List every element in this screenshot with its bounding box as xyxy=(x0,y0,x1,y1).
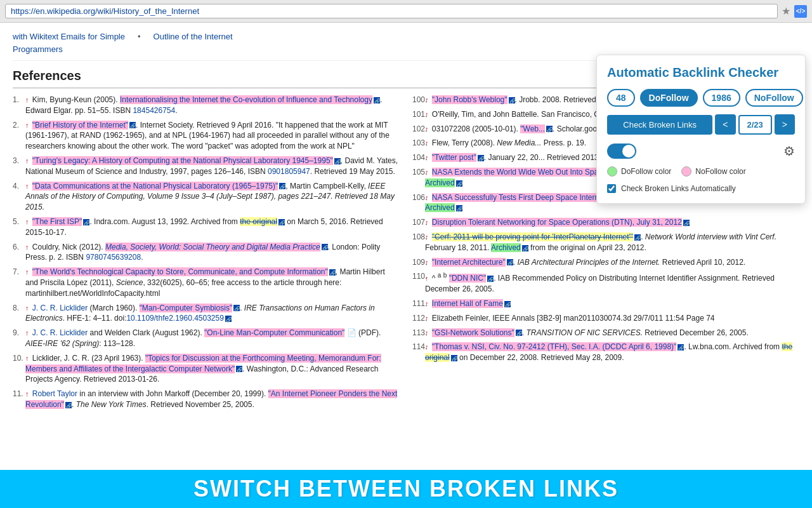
ref-link-8[interactable]: "Man-Computer Symbiosis" xyxy=(140,304,233,312)
ref-item-6: 6. ↑ Couldry, Nick (2012). Media, Societ… xyxy=(13,242,400,264)
ref-item-4: 4. ↑ "Data Communications at the Nationa… xyxy=(13,181,400,213)
nav-link-outline[interactable]: Outline of the Internet xyxy=(154,30,233,55)
checkbox-row: Check Broken Links Automatically xyxy=(607,184,795,193)
ref-link-109[interactable]: "Internet Architecture" xyxy=(432,258,506,267)
ref-link-106b[interactable]: Archived xyxy=(425,203,455,212)
ref-link-106[interactable]: NASA Successfully Tests First Deep Space… xyxy=(432,193,605,202)
ref-link-5[interactable]: "The First ISP" xyxy=(32,217,82,226)
isbn-6[interactable]: 9780745639208 xyxy=(86,253,141,262)
ref-item-10: 10. ↑ Licklider, J. C. R. (23 April 1963… xyxy=(13,353,400,385)
ref-link-108[interactable]: "Cerf: 2011 will be proving point for 'I… xyxy=(432,232,633,241)
ext-icon-2: 🔗 xyxy=(129,122,136,128)
dofollow-color-item: DoFollow color xyxy=(607,166,671,177)
nofollow-color-label: NoFollow color xyxy=(695,167,745,176)
ref-item-9: 9. ↑ J. C. R. Licklider and Welden Clark… xyxy=(13,328,400,349)
ref-link-114[interactable]: "Thomas v. NSI, Civ. No. 97-2412 (TFH), … xyxy=(432,342,677,351)
ref-link-11a[interactable]: Robert Taylor xyxy=(32,389,77,398)
ref-link-1[interactable]: Internationalising the Internet the Co-e… xyxy=(120,95,372,104)
ref-item-110: 110. ↑ ^ a b "DDN NIC"🔗. IAB Recommended… xyxy=(412,271,799,295)
ref-link-10[interactable]: "Topics for Discussion at the Forthcomin… xyxy=(25,354,381,373)
toggle-switch[interactable] xyxy=(607,144,636,159)
ref-item-1: 1. ↑ Kim, Byung-Keun (2005). Internation… xyxy=(13,95,400,116)
ref-arrow-9: ↑ xyxy=(25,329,29,337)
ref-arrow-4: ↑ xyxy=(25,182,29,190)
doi-8[interactable]: 10.1109/thfe2.1960.4503259 xyxy=(126,314,223,323)
toggle-row: ⚙ xyxy=(607,144,795,159)
dofollow-badge[interactable]: DoFollow xyxy=(640,89,698,107)
ref-link-6[interactable]: Media, Society, World: Social Theory and… xyxy=(105,243,320,251)
year-badge: 1986 xyxy=(703,89,740,107)
ref-link-5b[interactable]: the original xyxy=(240,217,277,226)
page-indicator: 2/23 xyxy=(738,115,772,135)
banner-text: SWITCH BETWEEN BROKEN LINKS xyxy=(193,476,619,502)
ext-icon-8b: 🔗 xyxy=(225,316,232,322)
ext-icon-5b: 🔗 xyxy=(278,219,285,225)
nofollow-badge[interactable]: NoFollow xyxy=(745,89,803,107)
ext-icon-108b: 🔗 xyxy=(522,245,528,251)
ref-link-104[interactable]: "Twitter post" xyxy=(432,153,476,162)
ref-arrow-7: ↑ xyxy=(25,268,29,276)
ref-link-105[interactable]: NASA Extends the World Wide Web Out Into… xyxy=(432,168,606,177)
left-ref-list: 1. ↑ Kim, Byung-Keun (2005). Internation… xyxy=(13,95,400,410)
ref-item-108: 108. ↑ "Cerf: 2011 will be proving point… xyxy=(412,232,799,253)
ext-icon-114: 🔗 xyxy=(678,344,684,351)
ext-icon-113: 🔗 xyxy=(516,330,522,336)
dofollow-color-dot xyxy=(607,166,617,177)
ext-icon-110: 🔗 xyxy=(487,276,494,282)
ext-icon-4: 🔗 xyxy=(279,183,285,189)
ref-item-5: 5. ↑ "The First ISP"🔗. Indra.com. August… xyxy=(13,217,400,238)
bottom-banner: SWITCH BETWEEN BROKEN LINKS xyxy=(0,470,812,508)
ref-link-107[interactable]: Disruption Tolerant Networking for Space… xyxy=(432,218,682,227)
nav-link-programmers[interactable]: with Wikitext Emails for Simple Programm… xyxy=(13,30,125,55)
ref-arrow-8: ↑ xyxy=(25,304,29,312)
ref-link-8a[interactable]: J. C. R. Licklider xyxy=(32,304,88,312)
extension-icon[interactable]: </> xyxy=(794,5,807,18)
ref-item-112: 112. ↑ Elizabeth Feinler, IEEE Annals [3… xyxy=(412,313,799,324)
gear-icon[interactable]: ⚙ xyxy=(783,144,795,159)
address-bar[interactable]: https://en.wikipedia.org/wiki/History_of… xyxy=(5,4,778,18)
star-icon[interactable]: ★ xyxy=(782,5,790,17)
ref-link-108b[interactable]: Archived xyxy=(491,243,521,252)
check-broken-links-button[interactable]: Check Broken Links xyxy=(607,115,712,135)
ref-link-9[interactable]: "On-Line Man-Computer Communication" xyxy=(204,328,344,337)
ext-icon-114b: 🔗 xyxy=(451,355,457,361)
ref-link-4[interactable]: "Data Communications at the National Phy… xyxy=(32,182,278,190)
ref-item-111: 111. ↑ Internet Hall of Fame🔗 xyxy=(412,298,799,309)
ref-link-3[interactable]: "Turing's Legacy: A History of Computing… xyxy=(32,156,333,165)
ext-icon-102: 🔗 xyxy=(546,126,553,132)
ref-link-100[interactable]: "John Robb's Weblog" xyxy=(432,95,508,104)
ext-icon-1: 🔗 xyxy=(374,97,380,104)
count-badge: 48 xyxy=(607,89,635,107)
ref-arrow-3: ↑ xyxy=(25,157,29,164)
ref-link-9a[interactable]: J. C. R. Licklider xyxy=(32,328,88,337)
auto-check-checkbox[interactable] xyxy=(607,184,616,193)
ref-link-105b[interactable]: Archived xyxy=(425,178,455,187)
ref-link-102[interactable]: "Web... xyxy=(520,124,545,133)
ref-arrow-5: ↑ xyxy=(25,218,29,225)
ref-item-7: 7. ↑ "The World's Technological Capacity… xyxy=(13,267,400,298)
ref-item-3: 3. ↑ "Turing's Legacy: A History of Comp… xyxy=(13,156,400,177)
ext-icon-100: 🔗 xyxy=(509,97,515,104)
ref-link-2[interactable]: "Brief History of the Internet" xyxy=(32,121,128,130)
ref-arrow-10: ↑ xyxy=(25,354,29,362)
isbn-3[interactable]: 0901805947 xyxy=(268,167,310,176)
toggle-knob xyxy=(622,145,635,157)
ref-link-111[interactable]: Internet Hall of Fame xyxy=(432,299,503,308)
next-page-button[interactable]: > xyxy=(775,114,795,135)
prev-page-button[interactable]: < xyxy=(715,114,735,135)
ref-link-110[interactable]: "DDN NIC" xyxy=(449,274,487,283)
backlink-checker-panel: Automatic Backlink Checker 48 DoFollow 1… xyxy=(596,55,806,204)
ext-icon-109: 🔗 xyxy=(507,259,513,265)
ref-arrow-11: ↑ xyxy=(25,390,29,398)
ref-item-107: 107. ↑ Disruption Tolerant Networking fo… xyxy=(412,217,799,228)
ref-link-7[interactable]: "The World's Technological Capacity to S… xyxy=(32,267,328,276)
ext-icon-108: 🔗 xyxy=(634,234,641,241)
ext-icon-104: 🔗 xyxy=(478,155,484,161)
isbn-1[interactable]: 1845426754 xyxy=(133,106,175,115)
ref-item-8: 8. ↑ J. C. R. Licklider (March 1960). "M… xyxy=(13,303,400,324)
nofollow-color-item: NoFollow color xyxy=(681,166,745,177)
color-row: DoFollow color NoFollow color xyxy=(607,166,795,177)
ref-item-11: 11. ↑ Robert Taylor in an interview with… xyxy=(13,389,400,410)
ref-link-113[interactable]: "GSI-Network Solutions" xyxy=(432,328,514,337)
panel-title: Automatic Backlink Checker xyxy=(607,65,795,80)
